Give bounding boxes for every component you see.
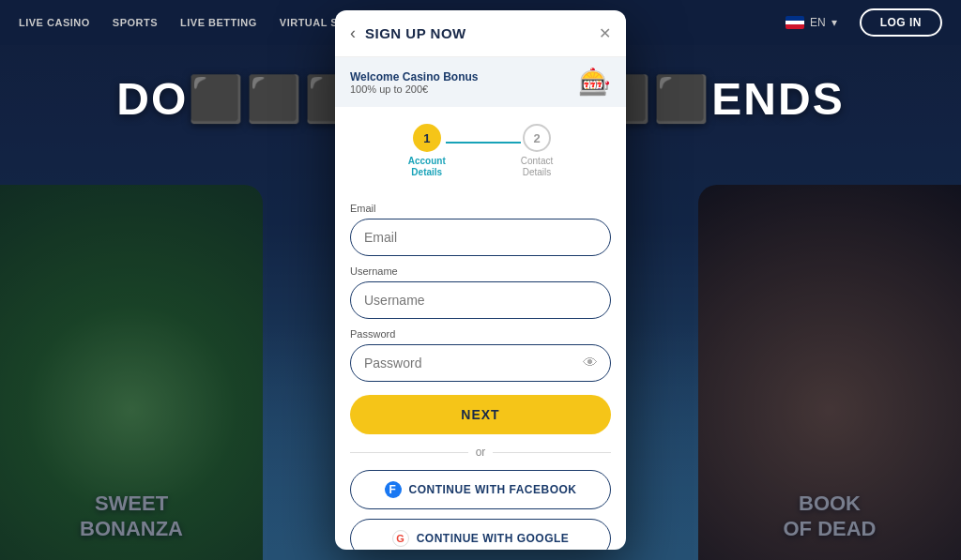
login-button[interactable]: LOG IN	[860, 8, 942, 37]
modal-close-button[interactable]: ✕	[599, 24, 611, 42]
bonus-icon: 🎰	[578, 67, 611, 98]
modal-back-button[interactable]: ‹	[350, 23, 356, 43]
modal-title: SIGN UP NOW	[365, 25, 599, 41]
or-line-right	[493, 452, 611, 453]
step-indicator: 1 AccountDetails 2 ContactDetails	[335, 107, 626, 186]
signup-form: Email Username Password 👁 NEXT or f CONT…	[335, 186, 626, 550]
facebook-button-label: CONTINUE WITH FACEBOOK	[409, 483, 577, 496]
flag-icon	[786, 16, 804, 29]
signup-modal: ‹ SIGN UP NOW ✕ Welcome Casino Bonus 100…	[335, 10, 626, 550]
chevron-down-icon: ▾	[831, 16, 837, 29]
or-text: or	[476, 446, 486, 459]
or-divider: or	[350, 446, 611, 459]
bonus-text: Welcome Casino Bonus 100% up to 200€	[350, 70, 478, 95]
bonus-subtitle: 100% up to 200€	[350, 83, 478, 95]
bonus-banner: Welcome Casino Bonus 100% up to 200€ 🎰	[335, 57, 626, 107]
password-input[interactable]	[350, 344, 611, 382]
username-input[interactable]	[350, 281, 611, 319]
google-button[interactable]: G CONTINUE WITH GOOGLE	[350, 519, 611, 550]
language-selector[interactable]: EN ▾	[786, 16, 837, 29]
step-2-circle: 2	[523, 124, 551, 152]
step-2: 2 ContactDetails	[521, 124, 553, 178]
nav-sports[interactable]: SPORTS	[113, 17, 158, 28]
bonus-title: Welcome Casino Bonus	[350, 70, 478, 83]
password-field-wrap: 👁	[350, 344, 611, 382]
google-icon: G	[392, 530, 409, 547]
next-button[interactable]: NEXT	[350, 395, 611, 434]
facebook-button[interactable]: f CONTINUE WITH FACEBOOK	[350, 470, 611, 509]
toggle-password-icon[interactable]: 👁	[583, 355, 598, 371]
lang-label: EN	[810, 16, 826, 29]
step-1: 1 AccountDetails	[408, 124, 446, 178]
password-label: Password	[350, 328, 611, 340]
step-1-label: AccountDetails	[408, 156, 446, 178]
email-input[interactable]	[350, 219, 611, 256]
nav-live-casino[interactable]: LIVE CASINO	[19, 17, 90, 28]
nav-live-betting[interactable]: LIVE BETTING	[180, 17, 257, 28]
modal-header: ‹ SIGN UP NOW ✕	[335, 10, 626, 57]
email-label: Email	[350, 203, 611, 214]
google-button-label: CONTINUE WITH GOOGLE	[417, 532, 570, 545]
step-2-label: ContactDetails	[521, 156, 553, 178]
step-connector	[446, 142, 521, 144]
facebook-icon: f	[385, 481, 402, 498]
or-line-left	[350, 452, 468, 453]
username-label: Username	[350, 265, 611, 277]
step-1-circle: 1	[413, 124, 441, 152]
